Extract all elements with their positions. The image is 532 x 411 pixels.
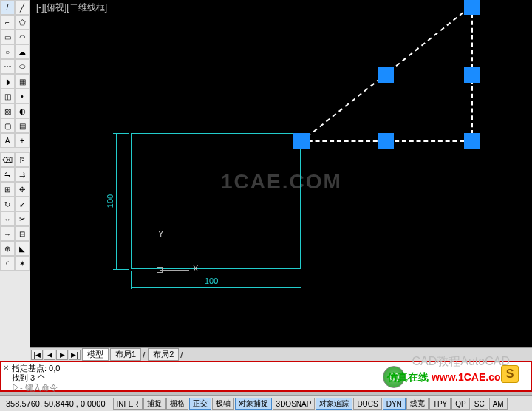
status-toggle-栅格[interactable]: 栅格 xyxy=(166,398,188,410)
grip-vertex[interactable] xyxy=(464,0,480,15)
grip-midpoint[interactable] xyxy=(378,133,394,149)
scale-tool[interactable]: ⤢ xyxy=(15,197,30,211)
extend-tool[interactable]: → xyxy=(0,226,15,241)
rotate-tool[interactable]: ↻ xyxy=(0,197,15,211)
spline-tool[interactable]: 〰 xyxy=(0,59,15,74)
ucs-x-label: X xyxy=(193,264,198,273)
grip-midpoint[interactable] xyxy=(378,67,394,83)
xline-tool[interactable]: ╱ xyxy=(15,0,30,15)
status-toggle-infer[interactable]: INFER xyxy=(113,398,143,410)
move-tool[interactable]: ✥ xyxy=(15,182,30,197)
status-toggle-sc[interactable]: SC xyxy=(471,398,488,410)
tab-next-icon[interactable]: ▶ xyxy=(56,350,68,360)
addselect-tool[interactable]: + xyxy=(15,133,30,148)
grip-vertex[interactable] xyxy=(464,133,480,149)
dim-text-h[interactable]: 100 xyxy=(205,276,218,285)
rectangle-entity[interactable] xyxy=(131,133,301,269)
coordinate-display[interactable]: 358.5760, 50.8440 , 0.0000 xyxy=(0,396,112,411)
table-tool[interactable]: ▤ xyxy=(15,118,30,133)
status-toggle-3dosnap[interactable]: 3DOSNAP xyxy=(273,398,316,410)
ellipse-tool[interactable]: ⬭ xyxy=(15,59,30,74)
join-tool[interactable]: ⊕ xyxy=(0,241,15,256)
ucs-y-label: Y xyxy=(158,229,163,238)
status-toggle-am[interactable]: AM xyxy=(489,398,508,410)
status-toggle-对象追踪[interactable]: 对象追踪 xyxy=(316,398,352,410)
tab-first-icon[interactable]: |◀ xyxy=(31,350,43,360)
rectangle-tool[interactable]: ▭ xyxy=(0,30,15,44)
region-tool[interactable]: ▢ xyxy=(0,118,15,133)
viewport-label[interactable]: [-][俯视][二维线框] xyxy=(36,1,107,14)
chamfer-tool[interactable]: ◣ xyxy=(15,241,30,256)
model-viewport[interactable]: [-][俯视][二维线框] 1CAE.COM 100 100 Y X xyxy=(30,0,532,347)
arc-tool[interactable]: ◠ xyxy=(15,30,30,44)
layout-tab-bar: |◀ ◀ ▶ ▶| 模型 布局1 / 布局2 / xyxy=(30,347,532,361)
trim-tool[interactable]: ✂ xyxy=(15,211,30,226)
erase-tool[interactable]: ⌫ xyxy=(0,152,15,167)
tab-layout1[interactable]: 布局1 xyxy=(110,348,141,361)
tab-prev-icon[interactable]: ◀ xyxy=(44,350,55,360)
fillet-tool[interactable]: ◜ xyxy=(0,256,15,271)
dim-line-h[interactable] xyxy=(131,287,301,288)
tab-last-icon[interactable]: ▶| xyxy=(69,350,81,360)
status-toggle-捕捉[interactable]: 捕捉 xyxy=(143,398,166,410)
status-toggle-对象捕捉[interactable]: 对象捕捉 xyxy=(235,398,272,410)
status-toggle-tpy[interactable]: TPY xyxy=(429,398,451,410)
point-tool[interactable]: • xyxy=(15,89,30,103)
mirror-tool[interactable]: ⇋ xyxy=(0,167,15,182)
dim-ext xyxy=(113,269,129,270)
dim-line-v[interactable] xyxy=(116,133,117,269)
stretch-tool[interactable]: ↔ xyxy=(0,211,15,226)
copy-tool[interactable]: ⎘ xyxy=(15,152,30,167)
status-toggle-线宽[interactable]: 线宽 xyxy=(406,398,429,410)
polygon-tool[interactable]: ⬠ xyxy=(15,15,30,30)
offset-tool[interactable]: ⇉ xyxy=(15,167,30,182)
status-bar: 358.5760, 50.8440 , 0.0000 INFER捕捉栅格正交极轴… xyxy=(0,395,532,411)
gradient-tool[interactable]: ◐ xyxy=(15,103,30,118)
status-toggle-qp[interactable]: QP xyxy=(451,398,469,410)
revcloud-tool[interactable]: ☁ xyxy=(15,44,30,59)
array-tool[interactable]: ⊞ xyxy=(0,182,15,197)
insert-tool[interactable]: ▦ xyxy=(15,74,30,89)
status-toggle-极轴[interactable]: 极轴 xyxy=(212,398,234,410)
command-line-panel: ✕ 指定基点: 0,0 找到 3 个 ▷- 键入命令 xyxy=(0,361,532,392)
draw-toolbar: /╱ ⌐⬠ ▭◠ ○☁ 〰⬭ ◗▦ ◫• ▨◐ ▢▤ A+ ⌫⎘ ⇋⇉ ⊞✥ ↻… xyxy=(0,0,30,361)
status-toggle-正交[interactable]: 正交 xyxy=(189,398,211,410)
close-icon[interactable]: ✕ xyxy=(3,364,9,372)
command-input[interactable]: ▷- 键入命令 xyxy=(12,382,58,393)
dim-text-v[interactable]: 100 xyxy=(106,194,115,208)
hatch-tool[interactable]: ▨ xyxy=(0,103,15,118)
polyline-tool[interactable]: ⌐ xyxy=(0,15,15,30)
tab-model[interactable]: 模型 xyxy=(82,348,109,361)
line-tool[interactable]: / xyxy=(0,0,15,15)
explode-tool[interactable]: ✶ xyxy=(15,256,30,271)
status-toggle-dyn[interactable]: DYN xyxy=(383,398,406,410)
grip-midpoint[interactable] xyxy=(464,67,480,83)
grip-vertex[interactable] xyxy=(293,133,310,149)
break-tool[interactable]: ⊟ xyxy=(15,226,30,241)
circle-tool[interactable]: ○ xyxy=(0,44,15,59)
status-toggle-ducs[interactable]: DUCS xyxy=(353,398,381,410)
mtext-tool[interactable]: A xyxy=(0,133,15,148)
block-tool[interactable]: ◫ xyxy=(0,89,15,103)
ellipse-arc-tool[interactable]: ◗ xyxy=(0,74,15,89)
tab-layout2[interactable]: 布局2 xyxy=(148,348,179,361)
